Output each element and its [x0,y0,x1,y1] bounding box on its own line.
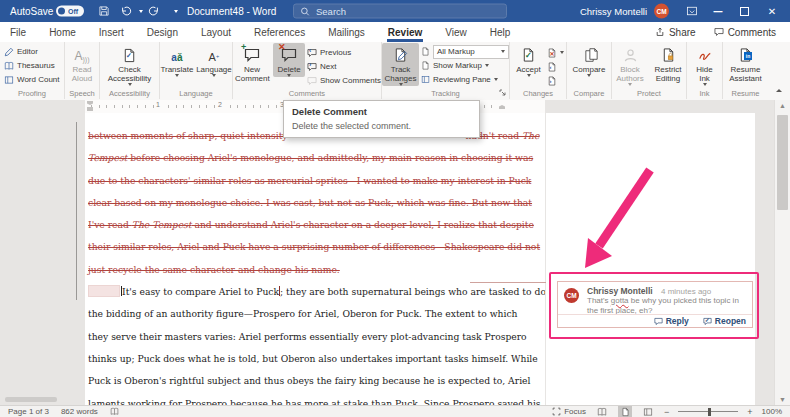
close-button[interactable]: ✕ [764,3,780,19]
comment-leader-line [470,282,557,283]
tab-home[interactable]: Home [48,25,77,40]
ribbon-display-options-button[interactable] [684,3,700,19]
deleted-text-line: due to the characters' similar roles as … [88,170,545,192]
word-count-indicator[interactable]: 862 words [61,407,98,416]
share-button[interactable]: Share [655,27,696,38]
tab-list: FileHomeInsertDesignLayoutReferencesMail… [9,25,511,40]
comments-toggle-button[interactable]: Comments [714,27,776,38]
tab-insert[interactable]: Insert [98,25,125,40]
zoom-in-button[interactable]: + [747,407,752,417]
next-comment-button[interactable]: ›Next [307,60,381,73]
display-for-review-combobox[interactable]: All Markup [433,45,509,59]
tab-help[interactable]: Help [489,25,512,40]
accept-icon: ✓ [521,45,536,63]
word-application-window: AutoSave Off Document48 - Word Search Ch… [0,0,790,417]
undo-button[interactable] [118,3,134,19]
text-segment: clear based on my monologue choice. I wa… [88,197,532,208]
hide-ink-button[interactable]: Hide Ink [689,43,721,86]
resume-assistant-button[interactable]: in Resume Assistant [726,43,766,83]
text-segment: The [522,130,539,141]
delete-comment-button[interactable]: ✕ Delete [273,43,305,77]
text-segment: due to the characters' similar roles as … [88,175,531,186]
proofing-status-icon[interactable] [110,407,119,416]
vertical-scrollbar[interactable]: ▲ ▼ [774,100,790,405]
minimize-button[interactable]: – [710,3,726,19]
reply-button[interactable]: Reply [654,316,689,326]
scroll-up-arrow[interactable]: ▲ [779,102,786,109]
check-accessibility-button[interactable]: ✓ Check Accessibility [103,43,157,86]
document-page[interactable]: between moments of sharp, quiet intensit… [85,113,545,405]
user-avatar[interactable]: CM [654,4,669,19]
zoom-slider[interactable] [678,411,738,412]
editor-button[interactable]: Editor [4,45,64,58]
reopen-button[interactable]: ✓Reopen [703,316,746,326]
left-indent-marker[interactable] [87,107,93,111]
translate-button[interactable]: aǎ Translate [160,43,194,77]
text-segment: ; they are both supernatural beings who … [280,286,545,297]
hide-ink-icon [697,45,713,63]
show-markup-button[interactable]: Show Markup [421,59,509,72]
zoom-slider-thumb[interactable] [708,408,711,416]
comment-card[interactable]: CM Chrissy Montelli 4 minutes ago That's… [557,281,753,328]
delete-comment-icon: ✕ [281,45,297,63]
text-segment: before choosing Ariel's monologue, and a… [127,152,533,163]
accept-button[interactable]: ✓ Accept [513,43,545,77]
scroll-down-arrow[interactable]: ▼ [779,396,786,403]
resume-assistant-icon: in [738,45,753,63]
maximize-button[interactable] [736,3,752,19]
tab-references[interactable]: References [253,25,306,40]
previous-comment-button[interactable]: ‹Previous [307,46,381,59]
deleted-text-line: Tempest before choosing Ariel's monologu… [88,147,545,169]
tab-review[interactable]: Review [387,25,423,40]
zoom-level[interactable]: 100% [762,407,782,416]
word-count-button[interactable]: Word Count [4,73,64,86]
page-indicator[interactable]: Page 1 of 3 [8,407,49,416]
focus-icon [552,407,561,416]
text-segment: just recycle the same character and chan… [88,264,340,275]
toggle-knob [58,8,65,15]
language-button[interactable]: A⁺ Language [196,43,232,77]
comment-author: Chrissy Montelli [587,286,653,296]
reject-button[interactable]: ✕ [547,46,564,59]
customize-quick-access-button[interactable] [168,3,184,19]
editor-icon [4,47,14,57]
tab-layout[interactable]: Layout [200,25,232,40]
text-segment: It's easy to compare Ariel to Puck [122,286,279,297]
new-comment-button[interactable]: + New Comment [233,43,271,83]
redo-button[interactable] [146,3,162,19]
thesaurus-button[interactable]: Thesaurus [4,59,64,72]
zoom-out-button[interactable]: − [664,407,669,417]
show-comments-button[interactable]: Show Comments [307,74,381,87]
tab-mailings[interactable]: Mailings [327,25,366,40]
track-changes-button[interactable]: Track Changes [382,43,419,86]
compare-button[interactable]: Compare [571,43,608,77]
collapse-ribbon-button[interactable] [776,78,782,96]
right-indent-marker[interactable] [499,105,505,109]
autosave-toggle[interactable]: Off [56,6,84,17]
search-input[interactable]: Search [293,4,507,19]
web-layout-button[interactable] [641,406,655,417]
restrict-editing-icon [661,45,676,63]
thesaurus-icon [4,61,14,71]
reviewing-pane-button[interactable]: Reviewing Pane [421,73,509,86]
next-change-button[interactable]: › [547,74,564,87]
text-segment: thinks up; Puck does what he is told, bu… [88,353,538,364]
restrict-editing-button[interactable]: Restrict Editing [650,43,686,83]
focus-mode-button[interactable]: Focus [552,407,586,416]
tab-file[interactable]: File [9,25,27,40]
text-segment: laments working for Prospero because he … [88,398,541,405]
previous-change-button[interactable]: ‹ [547,60,564,73]
tab-design[interactable]: Design [146,25,179,40]
block-authors-button[interactable]: Block Authors [612,43,648,86]
vertical-scrollbar-thumb[interactable] [777,115,788,210]
read-aloud-button[interactable]: A))) Read Aloud [66,43,98,83]
group-proofing: Editor Thesaurus Word Count Proofing [0,42,65,99]
read-mode-button[interactable] [595,406,609,417]
group-protect: Block Authors Restrict Editing Protect [612,42,687,99]
print-layout-button[interactable] [618,406,632,417]
tab-view[interactable]: View [444,25,468,40]
show-markup-icon [421,61,430,70]
horizontal-scrollbar-thumb[interactable] [5,397,57,402]
save-button[interactable] [96,3,112,19]
tooltip-description: Delete the selected comment. [292,121,471,131]
